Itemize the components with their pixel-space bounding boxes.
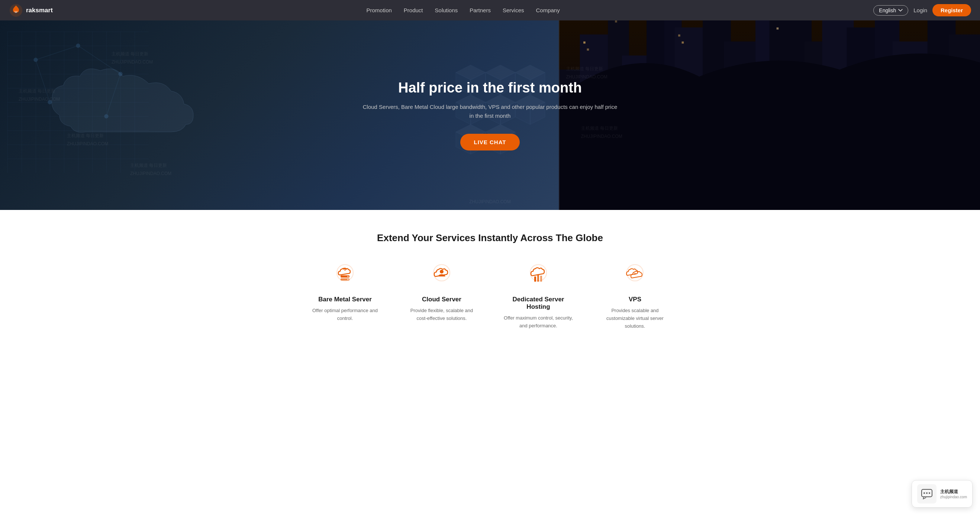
nav-product[interactable]: Product [404,7,423,13]
svg-rect-36 [681,41,684,44]
dedicated-server-icon [525,262,552,289]
hero-section: 主机频道 每日更新ZHUJIPINDAO.COM 主机频道 每日更新ZHUJIP… [0,21,980,210]
cloud-server-name: Cloud Server [404,296,479,303]
nav-company[interactable]: Company [536,7,560,13]
cloud-server-icon [428,262,455,289]
bare-metal-name: Bare Metal Server [308,296,382,303]
live-chat-button[interactable]: LIVE CHAT [460,134,519,151]
svg-rect-1 [8,32,149,173]
svg-rect-35 [678,35,680,37]
brand-logo[interactable]: raksmart [9,3,53,17]
navbar: raksmart Promotion Product Solutions Par… [0,0,980,21]
svg-rect-76 [537,275,539,281]
vps-desc: Provides scalable and customizable virtu… [598,307,672,330]
services-section: Extend Your Services Instantly Across Th… [0,210,980,345]
city-skyline [559,21,980,210]
services-grid: Bare Metal Server Offer optimal performa… [15,262,965,330]
nav-partners[interactable]: Partners [469,7,491,13]
brand-icon [9,3,23,17]
chevron-down-icon [898,8,903,13]
service-card-dedicated[interactable]: Dedicated Server Hosting Offer maximum c… [501,262,576,330]
svg-rect-39 [776,27,778,30]
svg-rect-30 [583,41,585,44]
svg-point-73 [440,270,444,273]
hero-bg-right: 主机频道 每日更新ZHUJIPINDAO.COM 主机频道 每日更新ZHUJIP… [559,21,980,210]
svg-point-71 [348,279,349,280]
hero-content: Half price in the first month Cloud Serv… [360,80,620,151]
dedicated-name: Dedicated Server Hosting [501,296,576,311]
service-card-bare-metal[interactable]: Bare Metal Server Offer optimal performa… [308,262,382,330]
bare-metal-server-icon [332,262,358,289]
vps-name: VPS [598,296,672,303]
bare-metal-desc: Offer optimal performance and control. [308,307,382,323]
language-selector[interactable]: English [873,5,908,16]
svg-rect-33 [615,21,617,23]
hero-title: Half price in the first month [360,80,620,96]
nav-links: Promotion Product Solutions Partners Ser… [366,7,560,13]
svg-point-70 [348,276,349,277]
service-card-cloud-server[interactable]: Cloud Server Provide flexible, scalable … [404,262,479,330]
login-button[interactable]: Login [913,7,927,13]
brand-name: raksmart [26,7,53,14]
network-grid [8,32,149,173]
hero-subtitle: Cloud Servers, Bare Metal Cloud large ba… [360,103,620,121]
service-card-vps[interactable]: VPS Provides scalable and customizable v… [598,262,672,330]
nav-right: English Login Register [873,4,971,16]
dedicated-desc: Offer maximum control, security, and per… [501,314,576,330]
nav-solutions[interactable]: Solutions [435,7,458,13]
nav-services[interactable]: Services [503,7,524,13]
svg-rect-31 [587,49,589,51]
svg-rect-77 [540,276,542,281]
vps-icon [622,262,648,289]
register-button[interactable]: Register [932,4,971,16]
services-title: Extend Your Services Instantly Across Th… [15,232,965,244]
svg-rect-75 [534,277,536,281]
nav-promotion[interactable]: Promotion [366,7,391,13]
cloud-server-desc: Provide flexible, scalable and cost-effe… [404,307,479,323]
